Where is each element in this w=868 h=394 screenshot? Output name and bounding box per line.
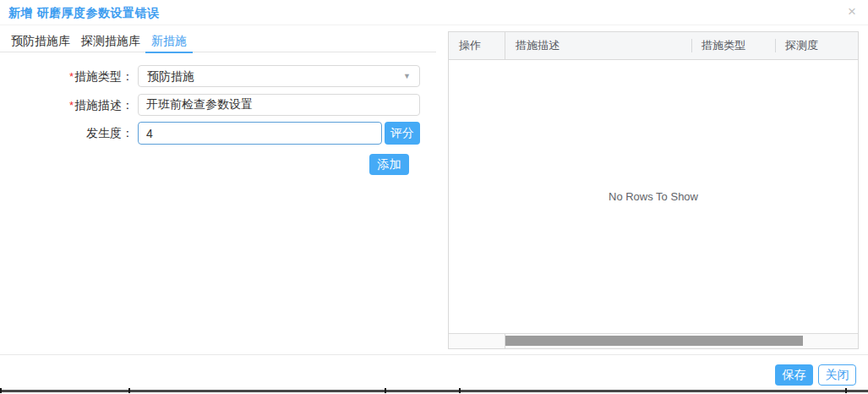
scrollbar-pinned-spacer	[449, 334, 505, 348]
save-button[interactable]: 保存	[775, 364, 813, 386]
close-button[interactable]: 关闭	[818, 364, 856, 386]
column-header-measure-desc[interactable]: 措施描述	[505, 32, 691, 59]
add-measure-dialog: 新增 研磨厚度参数设置错误 × 预防措施库 探测措施库 新措施 *措施类型： 预…	[0, 0, 868, 394]
horizontal-scrollbar	[449, 333, 858, 348]
scrollbar-track[interactable]	[505, 334, 858, 348]
column-header-operation[interactable]: 操作	[449, 32, 505, 59]
tab-new-measure[interactable]: 新措施	[151, 30, 187, 52]
background-page-edge	[0, 387, 868, 394]
chevron-down-icon: ▼	[403, 66, 411, 86]
add-button[interactable]: 添加	[369, 154, 409, 175]
measures-table: 操作 措施描述 措施类型 探测度 No Rows To Show	[448, 31, 859, 349]
measure-type-label: *措施类型：	[51, 65, 134, 88]
measure-desc-input[interactable]	[138, 94, 420, 116]
tab-bar: 预防措施库 探测措施库 新措施	[0, 30, 436, 52]
required-asterisk: *	[69, 70, 74, 83]
occurrence-label: 发生度：	[51, 122, 134, 145]
occurrence-input[interactable]	[138, 122, 382, 145]
table-header-row: 操作 措施描述 措施类型 探测度	[449, 32, 858, 60]
empty-table-message: No Rows To Show	[609, 190, 698, 203]
measure-desc-label: *措施描述：	[51, 94, 134, 117]
dialog-title: 新增 研磨厚度参数设置错误	[8, 0, 159, 25]
tab-prevention-library[interactable]: 预防措施库	[11, 30, 70, 52]
dialog-titlebar: 新增 研磨厚度参数设置错误 ×	[0, 0, 868, 25]
table-body: No Rows To Show	[449, 60, 858, 333]
close-icon[interactable]: ×	[843, 3, 861, 21]
scrollbar-thumb[interactable]	[505, 336, 803, 346]
column-header-measure-type[interactable]: 措施类型	[691, 32, 775, 59]
measure-type-selected-value: 预防措施	[147, 69, 194, 83]
dialog-footer: 保存 关闭	[0, 355, 868, 387]
score-button[interactable]: 评分	[385, 122, 420, 145]
column-header-detection[interactable]: 探测度	[775, 32, 858, 59]
measure-type-select[interactable]: 预防措施 ▼	[138, 65, 420, 87]
tab-detection-library[interactable]: 探测措施库	[81, 30, 140, 52]
required-asterisk: *	[69, 99, 74, 112]
